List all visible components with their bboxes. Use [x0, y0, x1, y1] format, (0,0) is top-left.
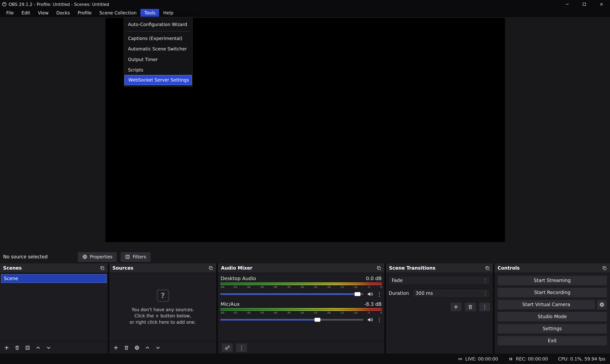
sources-empty-state[interactable]: ? You don't have any sources. Click the …	[109, 273, 216, 341]
scenes-panel-header: Scenes	[0, 263, 108, 273]
duration-spinbox[interactable]: 300 ms	[412, 289, 490, 298]
start-recording-button[interactable]: Start Recording	[498, 288, 607, 297]
popout-icon[interactable]	[100, 266, 105, 270]
move-scene-up-button[interactable]	[35, 345, 41, 350]
tools-menu-item-automatic-scene-switcher[interactable]: Automatic Scene Switcher	[125, 43, 192, 54]
move-source-down-button[interactable]	[155, 345, 161, 350]
duration-label: Duration	[388, 291, 409, 296]
properties-button[interactable]: Properties	[78, 252, 117, 262]
filters-button[interactable]: Filters	[121, 252, 150, 262]
rec-icon	[508, 356, 513, 362]
move-scene-down-button[interactable]	[46, 345, 51, 350]
audio-mixer-panel: Audio Mixer Desktop Audio 0.0 dB -60-55-…	[218, 263, 384, 353]
menu-docks[interactable]: Docks	[52, 9, 74, 17]
channel-options-button[interactable]: ⋮	[376, 317, 382, 323]
menu-help[interactable]: Help	[159, 9, 177, 17]
transition-select[interactable]: Fade	[388, 276, 490, 285]
performance-stats: CPU: 0.1%, 59.94 fps	[558, 356, 605, 362]
channel-options-button[interactable]: ⋮	[376, 291, 382, 297]
filters-button-label: Filters	[133, 254, 146, 260]
transition-options-button[interactable]: ⋮	[479, 303, 490, 311]
maximize-button[interactable]	[576, 0, 593, 9]
minimize-icon	[565, 2, 569, 7]
dock-area: Scenes Scene Sources ?	[0, 263, 610, 353]
tools-menu-item-websocket-server-settings[interactable]: WebSocket Server Settings	[125, 75, 192, 85]
speaker-icon[interactable]	[367, 317, 373, 323]
remove-transition-button[interactable]	[465, 303, 476, 311]
menu-tools[interactable]: Tools	[140, 9, 159, 17]
exit-button[interactable]: Exit	[498, 336, 607, 345]
scenes-toolbar	[0, 341, 108, 353]
tools-menu-item-scripts[interactable]: Scripts	[125, 65, 192, 75]
channel-db-value: 0.0 dB	[366, 275, 382, 281]
sources-toolbar	[109, 341, 216, 353]
volume-slider[interactable]	[220, 319, 363, 321]
start-streaming-button[interactable]: Start Streaming	[498, 276, 607, 285]
meter-scale: -60-55-50-45-40-35-30-25-20-15-10-50	[220, 286, 382, 289]
maximize-icon	[582, 2, 587, 7]
live-icon	[458, 356, 463, 362]
speaker-icon[interactable]	[367, 291, 373, 297]
rec-time: REC: 00:00:00	[516, 356, 548, 362]
studio-mode-button[interactable]: Studio Mode	[498, 312, 607, 321]
menu-profile[interactable]: Profile	[74, 9, 96, 17]
menu-view[interactable]: View	[34, 9, 52, 17]
virtual-camera-settings-button[interactable]	[597, 300, 607, 309]
move-source-up-button[interactable]	[145, 345, 150, 350]
advanced-audio-button[interactable]	[222, 343, 233, 352]
transition-select-value: Fade	[392, 278, 403, 283]
menu-scene-collection[interactable]: Scene Collection	[96, 9, 140, 17]
channel-db-value: -8.3 dB	[364, 301, 382, 307]
chevron-up-icon	[484, 291, 487, 293]
sources-panel-title: Sources	[112, 265, 133, 271]
start-virtual-camera-button[interactable]: Start Virtual Camera	[498, 300, 595, 309]
volume-slider-handle[interactable]	[355, 292, 360, 296]
scene-list-item[interactable]: Scene	[1, 274, 107, 283]
tools-menu-item-auto-configuration-wizard[interactable]: Auto-Configuration Wizard	[125, 19, 192, 29]
minimize-button[interactable]	[559, 0, 576, 9]
popout-icon[interactable]	[208, 266, 213, 270]
mixer-toolbar: ⋮	[218, 341, 384, 353]
volume-slider[interactable]	[220, 293, 363, 295]
remove-source-button[interactable]	[124, 345, 129, 350]
kebab-icon: ⋮	[482, 304, 487, 310]
add-transition-button[interactable]	[451, 303, 461, 311]
popout-icon[interactable]	[376, 266, 381, 270]
kebab-icon: ⋮	[239, 345, 244, 350]
audio-mixer-title: Audio Mixer	[221, 265, 252, 271]
question-icon: ?	[157, 289, 169, 302]
channel-name: Desktop Audio	[221, 275, 256, 281]
menu-bar: File Edit View Docks Profile Scene Colle…	[0, 9, 610, 17]
scene-filters-button[interactable]	[25, 345, 30, 350]
properties-button-label: Properties	[90, 254, 112, 260]
trash-icon	[468, 304, 473, 310]
obs-window: OBS 29.1.2 - Profile: Untitled - Scenes:…	[0, 0, 610, 364]
add-source-button[interactable]	[113, 345, 119, 350]
add-scene-button[interactable]	[4, 345, 9, 350]
mixer-options-button[interactable]: ⋮	[236, 343, 247, 352]
tools-menu-item-output-timer[interactable]: Output Timer	[125, 54, 192, 65]
popout-icon[interactable]	[485, 266, 490, 270]
scene-transitions-title: Scene Transitions	[389, 265, 435, 271]
popout-icon[interactable]	[602, 266, 607, 270]
scenes-panel-title: Scenes	[3, 265, 22, 271]
volume-slider-handle[interactable]	[315, 318, 320, 322]
rec-status: REC: 00:00:00	[508, 356, 548, 362]
close-button[interactable]	[593, 0, 610, 9]
scene-transitions-header: Scene Transitions	[386, 263, 493, 273]
volume-meter	[220, 283, 382, 285]
source-toolbar: No source selected Properties Filters	[0, 250, 610, 263]
obs-logo-icon	[2, 2, 7, 7]
controls-title: Controls	[498, 265, 520, 271]
menu-separator	[126, 31, 190, 31]
tools-menu-item-captions[interactable]: Captions (Experimental)	[125, 33, 192, 43]
remove-scene-button[interactable]	[14, 345, 20, 350]
settings-button[interactable]: Settings	[498, 324, 607, 333]
menu-edit[interactable]: Edit	[18, 9, 34, 17]
menu-file[interactable]: File	[2, 9, 18, 17]
scenes-panel: Scenes Scene	[0, 263, 108, 353]
chevron-down-icon	[484, 281, 487, 283]
source-properties-button[interactable]	[134, 345, 139, 350]
preview-area	[0, 17, 610, 250]
meter-scale: -60-55-50-45-40-35-30-25-20-15-10-50	[220, 311, 382, 315]
